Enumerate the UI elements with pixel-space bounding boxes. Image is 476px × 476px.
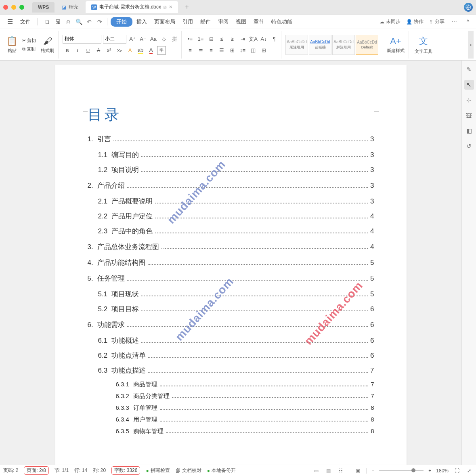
- tab-settings-icon[interactable]: ⇥: [238, 35, 247, 44]
- tab-add-button[interactable]: ＋: [180, 1, 194, 13]
- menu-tab-8[interactable]: 特色功能: [268, 17, 296, 27]
- subscript-button[interactable]: x₂: [115, 46, 124, 55]
- toc-entry[interactable]: 6.3功能点描述7: [88, 366, 374, 375]
- template-panel-icon[interactable]: ◧: [464, 126, 474, 136]
- document-scroll-area[interactable]: mudaima.com mudaima.com mudaima.com 目录 1…: [0, 61, 461, 465]
- change-case-icon[interactable]: Aa: [149, 35, 158, 44]
- font-family-select[interactable]: [63, 35, 101, 44]
- status-spellcheck[interactable]: ●拼写检查: [146, 467, 170, 474]
- status-section[interactable]: 节: 1/1: [55, 467, 69, 474]
- toc-entry[interactable]: 2.产品介绍3: [88, 181, 374, 190]
- strike-button[interactable]: A: [94, 46, 103, 55]
- shading-icon[interactable]: ◫: [249, 46, 258, 55]
- status-page-number[interactable]: 页码: 2: [3, 467, 18, 474]
- tab-wps-home[interactable]: WPS: [32, 2, 55, 13]
- view-print-layout-icon[interactable]: ▭: [312, 468, 320, 474]
- toc-entry[interactable]: 6.3.2商品分类管理7: [88, 392, 374, 400]
- status-column[interactable]: 列: 20: [93, 467, 106, 474]
- sort-icon[interactable]: A↓: [259, 35, 268, 44]
- toc-entry[interactable]: 4.产品功能结构图5: [88, 258, 374, 267]
- toc-entry[interactable]: 5.任务管理5: [88, 274, 374, 283]
- status-word-count[interactable]: 字数: 3326: [111, 466, 140, 475]
- tab-active-document[interactable]: W 电子商城-需求分析文档.docx ⎚ ✕: [86, 1, 178, 13]
- number-list-icon[interactable]: 1≡: [196, 35, 205, 44]
- wps-cloud-icon[interactable]: [464, 3, 473, 12]
- view-outline-icon[interactable]: ▤: [325, 468, 332, 474]
- fit-page-icon[interactable]: ⛶: [453, 468, 461, 474]
- new-doc-icon[interactable]: 🗋: [43, 18, 51, 26]
- decrease-font-icon[interactable]: A⁻: [138, 35, 147, 44]
- reading-view-icon[interactable]: ▣: [354, 468, 361, 474]
- cut-button[interactable]: ✂剪切: [21, 37, 37, 44]
- fullscreen-icon[interactable]: ⤢: [466, 468, 473, 474]
- line-spacing-icon[interactable]: ↕≡: [238, 46, 247, 55]
- toc-entry[interactable]: 1.1编写目的3: [88, 150, 374, 159]
- undo-icon[interactable]: ↶: [85, 18, 93, 26]
- text-direction-icon[interactable]: 文A: [249, 35, 258, 44]
- history-panel-icon[interactable]: ↺: [464, 141, 474, 151]
- text-tools-button[interactable]: 文文字工具: [413, 34, 434, 55]
- font-color-icon[interactable]: A: [147, 46, 155, 55]
- zoom-percent[interactable]: 180%: [436, 468, 449, 474]
- zoom-slider-thumb[interactable]: [411, 468, 415, 472]
- bold-button[interactable]: B: [63, 46, 71, 55]
- tab-daoke[interactable]: ◪ 稻壳: [56, 1, 84, 13]
- toc-entry[interactable]: 6.3.5购物车管理8: [88, 428, 374, 435]
- font-size-select[interactable]: [103, 35, 126, 44]
- status-page-face[interactable]: 页面: 2/8: [24, 466, 48, 475]
- menu-tab-5[interactable]: 审阅: [215, 17, 232, 27]
- redo-icon[interactable]: ↷: [96, 18, 104, 26]
- align-right-icon[interactable]: ≡: [207, 46, 216, 55]
- character-border-icon[interactable]: 字: [157, 46, 166, 55]
- hamburger-menu-icon[interactable]: ☰: [4, 16, 16, 27]
- increase-indent-icon[interactable]: ≥: [228, 35, 237, 44]
- toc-entry[interactable]: 1.引言3: [88, 134, 374, 144]
- paste-button[interactable]: 📋粘贴: [5, 35, 19, 55]
- italic-button[interactable]: I: [73, 46, 82, 55]
- print-icon[interactable]: ⎙: [64, 18, 72, 26]
- toc-entry[interactable]: 6.1功能概述6: [88, 336, 374, 345]
- toc-entry[interactable]: 6.3.1商品管理7: [88, 381, 374, 388]
- menu-tab-6[interactable]: 视图: [233, 17, 250, 27]
- more-icon[interactable]: ⋯: [450, 18, 458, 26]
- toc-entry[interactable]: 2.1产品概要说明3: [88, 197, 374, 206]
- style-gallery-item[interactable]: AaBbCcDd尾注引用: [285, 35, 308, 55]
- text-effects-icon[interactable]: A: [126, 46, 134, 55]
- style-gallery-item[interactable]: AaBbCcDdDefault: [356, 35, 378, 55]
- collab-button[interactable]: 👤协作: [406, 18, 424, 25]
- pencil-tool-icon[interactable]: ✎: [464, 65, 474, 74]
- toc-entry[interactable]: 6.功能需求6: [88, 320, 374, 329]
- toc-entry[interactable]: 5.2项目目标6: [88, 304, 374, 314]
- status-backup[interactable]: ●本地备份开: [207, 467, 236, 474]
- decrease-indent-icon[interactable]: ≤: [217, 35, 226, 44]
- status-line[interactable]: 行: 14: [74, 467, 87, 474]
- menu-tab-3[interactable]: 引用: [179, 17, 196, 27]
- close-window-button[interactable]: [3, 5, 8, 10]
- minimize-window-button[interactable]: [11, 5, 16, 10]
- sync-status[interactable]: ☁未同步: [380, 18, 401, 25]
- toc-entry[interactable]: 6.3.3订单管理8: [88, 404, 374, 412]
- show-marks-icon[interactable]: ¶: [270, 35, 279, 44]
- toc-entry[interactable]: 2.3产品中的角色4: [88, 226, 374, 236]
- share-button[interactable]: ⇪分享: [429, 18, 445, 25]
- bullet-list-icon[interactable]: •≡: [186, 35, 195, 44]
- zoom-slider[interactable]: [379, 470, 424, 471]
- toc-entry[interactable]: 1.2项目说明3: [88, 165, 374, 174]
- align-distribute-icon[interactable]: ⊞: [228, 46, 237, 55]
- collapse-ribbon-icon[interactable]: ^: [464, 18, 472, 26]
- zoom-out-button[interactable]: −: [371, 468, 374, 474]
- underline-button[interactable]: U: [84, 46, 92, 55]
- align-center-icon[interactable]: ≣: [196, 46, 205, 55]
- print-preview-icon[interactable]: 🔍: [75, 18, 83, 26]
- highlight-color-icon[interactable]: ab: [136, 46, 145, 55]
- menu-tab-7[interactable]: 章节: [250, 17, 267, 27]
- maximize-window-button[interactable]: [19, 5, 24, 10]
- toc-entry[interactable]: 5.1项目现状5: [88, 289, 374, 299]
- menu-tab-1[interactable]: 插入: [133, 17, 150, 27]
- tab-close-icon[interactable]: ✕: [169, 4, 172, 10]
- menu-tab-2[interactable]: 页面布局: [151, 17, 178, 27]
- format-painter-button[interactable]: 🖌格式刷: [39, 35, 56, 55]
- clear-format-icon[interactable]: ◇: [159, 35, 168, 44]
- superscript-button[interactable]: x²: [105, 46, 113, 55]
- new-style-button[interactable]: A+新建样式: [385, 35, 406, 55]
